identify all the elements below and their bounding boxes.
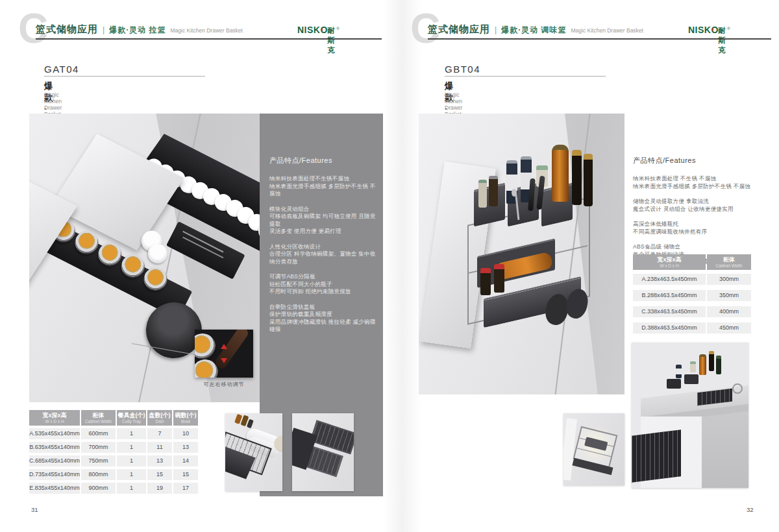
feature-line: 纳米表面光滑手感细腻 多层防护不生锈 不腐蚀: [269, 183, 377, 198]
header-cn: 宽x深x高: [29, 412, 80, 419]
feature-line: 轻松匹配不同大小的瓶子: [269, 281, 377, 289]
table-cell: 17: [173, 483, 198, 494]
feature-line: 自带防尘滑轨盖板: [269, 304, 377, 311]
bottle: [247, 419, 254, 429]
feature-line: 保护滑轨的载重及顺滑度: [269, 311, 377, 319]
table-row: A.238x463.5x450mm 300mm: [633, 274, 752, 285]
logo-red-dot-icon: [712, 28, 713, 31]
table-row: D.388x463.5x450mm 450mm: [633, 322, 752, 333]
ladle: [732, 383, 743, 394]
feature-line: 高深盒体低矮瓶托: [633, 221, 760, 228]
features-title: 产品特点/Features: [633, 156, 760, 165]
table-header-cell: 盘数(个) Dish: [147, 410, 172, 426]
page-number: 31: [31, 506, 38, 513]
header-en: W x D x H: [29, 419, 80, 424]
table-cell: 1: [117, 469, 146, 480]
table-cell: 13: [173, 442, 198, 453]
table-cell: 13: [147, 455, 172, 466]
brand-logo: NISKO 耐斯克 ®: [688, 25, 730, 55]
product-code-rule: [445, 76, 606, 77]
table-header-cell: 碗数(个) Bowl: [173, 410, 198, 426]
red-arrow-up-icon: [221, 344, 227, 349]
header-en: Dish: [147, 419, 172, 424]
soy-bottle: [572, 150, 582, 205]
header-en: Cutly Tray: [117, 419, 146, 424]
table-cell: B.288x463.5x450mm: [633, 290, 706, 301]
table-row: E.835x455x140mm 900mm 1 19 17: [29, 483, 198, 494]
detail-inset-photo: [195, 330, 253, 378]
brand-logo-cn: 耐斯克: [327, 26, 336, 55]
features-title: 产品特点/Features: [269, 156, 377, 165]
feature-group: 纳米科技表面处理不生锈不腐蚀 纳米表面光滑手感细腻 多层防护不生锈 不腐蚀: [269, 175, 377, 198]
page-header: 篮式储物应用 | 爆款·灵动 调味篮 Magic Kitchen Drawer …: [428, 23, 643, 36]
bottle: [716, 356, 721, 374]
storage-bin: [584, 437, 608, 451]
feature-line: 纳米科技表面处理 不生锈 不腐蚀: [633, 175, 760, 183]
table-cell: A.535x455x140mm: [29, 428, 80, 439]
pull-out-drawer: [632, 429, 681, 482]
oil-bottle: [699, 354, 706, 375]
table-header-cell: 柜体 Cabinet Width: [81, 410, 116, 426]
table-cell: 450mm: [707, 322, 751, 333]
table-cell: 1: [117, 428, 146, 439]
spoon: [512, 189, 517, 197]
bottle: [489, 176, 498, 206]
thumbnail-photo: [563, 413, 624, 485]
feature-line: 采用品牌缓冲隐藏滑轨 推拉轻柔 减少碗碟碰撞: [269, 319, 377, 333]
brand-logo-text: NISKO: [297, 25, 328, 35]
sauce-bottle: [494, 264, 504, 293]
table-cell: D.735x455x140mm: [29, 469, 80, 480]
feature-line: ABS食品级 储物盒: [633, 243, 760, 251]
feature-line: 模块化灵动组合: [269, 206, 377, 213]
thumb-iso-group: [292, 413, 354, 491]
table-cell: 7: [147, 428, 172, 439]
feature-group: 可调节ABS分隔板 轻松匹配不同大小的瓶子 不用时可拆卸 拒绝约束随意摆放: [269, 273, 377, 296]
bottle: [676, 365, 682, 378]
brand-logo: NISKO 耐斯克 ®: [297, 25, 340, 55]
table-header-cell: 宽x深x高 W x D x H: [633, 254, 706, 270]
table-row: C.685x455x140mm 750mm 1 13 14: [29, 455, 198, 466]
header-rule: [428, 38, 771, 40]
feature-line: 可移动底板及碗碟架 均可独立使用 且随意提取: [269, 213, 377, 228]
feature-group: 储物盒灵动提取方便 拿取清洗 魔盒式设计 灵动组合 让收纳更便捷实用: [633, 198, 760, 213]
page-fold: [383, 0, 422, 532]
table-cell: 19: [147, 483, 172, 494]
table-cell: 15: [147, 469, 172, 480]
table-header-row: 宽x深x高 W x D x H 柜体 Cabinet Width 餐具盒(个) …: [29, 410, 198, 426]
soy-bottle: [709, 351, 714, 371]
registered-mark: ®: [336, 27, 339, 30]
brand-logo-cn: 耐斯克: [718, 26, 727, 55]
table-cell: 900mm: [81, 483, 116, 494]
header-title-cn: 爆款·灵动 拉篮: [109, 25, 166, 36]
feature-line: 储物盒灵动提取方便 拿取清洗: [633, 198, 760, 206]
main-product-photo: 可左右移动调节: [29, 114, 260, 402]
spec-table: 宽x深x高 W x D x H 柜体 Cabinet Width A.238x4…: [633, 254, 752, 336]
header-cn: 柜体: [81, 412, 116, 419]
table-cell: 700mm: [81, 442, 116, 453]
table-cell: 800mm: [81, 469, 116, 480]
header-rule: [36, 38, 382, 40]
table-row: B.635x455x140mm 700mm 1 11 13: [29, 442, 198, 453]
main-product-photo: [419, 114, 624, 394]
feature-line: 纳米表面光滑手感细腻 多层防护不生锈 不腐蚀: [633, 183, 760, 191]
table-row: A.535x455x140mm 600mm 1 7 10: [29, 428, 198, 439]
feature-group: 高深盒体低矮瓶托 不同高度调味瓶收纳井然有序: [633, 221, 760, 236]
table-cell: C.685x455x140mm: [29, 455, 80, 466]
bottle: [478, 180, 487, 208]
table-header-cell: 柜体 Cabinet Width: [707, 254, 751, 270]
table-cell: 350mm: [707, 290, 751, 301]
product-code-rule: [44, 76, 205, 77]
table-header-cell: 宽x深x高 W x D x H: [29, 410, 80, 426]
soy-bottle: [584, 154, 593, 206]
header-cn: 盘数(个): [147, 412, 172, 419]
product-code: GAT04: [44, 64, 79, 75]
table-cell: 1: [117, 483, 146, 494]
header-divider: |: [495, 25, 497, 34]
spec-table: 宽x深x高 W x D x H 柜体 Cabinet Width 餐具盒(个) …: [29, 410, 198, 496]
spice-jar: [195, 333, 216, 359]
table-cell: D.388x463.5x450mm: [633, 322, 706, 333]
spice-bottle: [690, 361, 696, 372]
header-divider: |: [103, 25, 105, 34]
header-cn: 餐具盒(个): [117, 412, 146, 419]
feature-line: 魔盒式设计 灵动组合 让收纳更便捷实用: [633, 206, 760, 213]
